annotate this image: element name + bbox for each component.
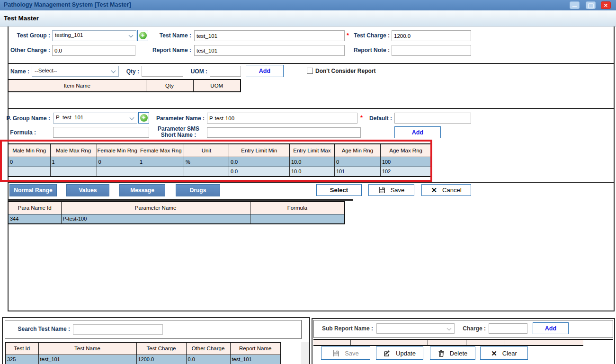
test-group-dropdown[interactable]: testing_101 (52, 30, 136, 41)
strip-cell (466, 340, 505, 345)
update-button[interactable]: Update (376, 346, 423, 360)
item-name-dropdown[interactable]: --Select-- (32, 66, 119, 77)
separator-line (8, 108, 615, 109)
dont-consider-report-checkbox[interactable] (307, 68, 313, 74)
add-item-button[interactable]: Add (246, 65, 284, 77)
other-charge-input[interactable] (52, 45, 135, 56)
maximize-button[interactable] (586, 1, 596, 9)
drugs-button[interactable]: Drugs (176, 184, 220, 196)
edit-icon (384, 350, 391, 357)
x-icon: ✕ (431, 186, 437, 194)
plus-icon: + (139, 32, 147, 39)
strip-cell (313, 340, 351, 345)
strip-cell (351, 340, 428, 345)
range-row[interactable]: 0 1 0 1 % 0.0 10.0 0 100 (8, 157, 431, 167)
report-note-input[interactable] (392, 45, 471, 56)
floppy-icon (378, 186, 385, 194)
test-list-header: Report Name (230, 342, 281, 355)
minimize-icon (572, 6, 577, 7)
search-test-name-input[interactable] (73, 324, 163, 335)
item-table-header: UOM (193, 80, 241, 92)
parameter-table-header: Formula (250, 202, 345, 214)
test-group-value: testing_101 (55, 32, 83, 38)
frame-right-border (614, 27, 615, 311)
required-mark: * (360, 114, 363, 121)
range-header: Male Min Rng (8, 144, 50, 157)
range-header: Entry Limit Max (289, 144, 334, 157)
other-charge-label: Other Charge : (4, 47, 50, 53)
add-sub-report-button[interactable]: Add (533, 322, 569, 334)
default-label: Default : (365, 115, 392, 122)
parameter-name-label: Parameter Name : (152, 115, 205, 122)
message-button[interactable]: Message (119, 184, 165, 196)
select-button[interactable]: Select (316, 184, 362, 196)
sub-report-name-dropdown[interactable] (376, 323, 455, 334)
normal-range-button[interactable]: Normal Range (9, 184, 57, 196)
p-group-name-value: P_test_101 (56, 115, 83, 120)
chevron-down-icon (447, 326, 452, 331)
range-header: Age Min Rng (334, 144, 380, 157)
page-title: Test Master (4, 15, 39, 22)
report-name-input[interactable] (194, 45, 345, 56)
test-list-table: Test Id Test Name Test Charge Other Char… (5, 342, 281, 364)
default-input[interactable] (394, 113, 471, 124)
charge-label: Charge : (458, 325, 486, 332)
parameter-sms-label: Parameter SMS Short Name : (152, 126, 205, 138)
test-list-scrollbar[interactable] (302, 342, 309, 364)
formula-input[interactable] (53, 127, 149, 138)
report-name-label: Report Name : (151, 47, 191, 53)
save-button[interactable]: Save (368, 184, 414, 196)
add-p-group-button[interactable]: + (138, 112, 149, 124)
test-charge-label: Test Charge : (351, 32, 390, 39)
range-header: Age Max Rng (380, 144, 431, 157)
frame-bottom-border (8, 311, 615, 311)
values-button[interactable]: Values (66, 184, 109, 196)
close-button[interactable]: ✕ (601, 1, 611, 9)
test-list-header: Test Name (38, 342, 136, 355)
test-charge-input[interactable] (392, 30, 471, 41)
item-table-header: Item Name (8, 80, 146, 92)
close-icon: ✕ (604, 3, 607, 8)
range-header: Entry Limit Min (229, 144, 289, 157)
range-header: Unit (184, 144, 229, 157)
required-mark: * (347, 32, 349, 39)
test-name-input[interactable] (194, 30, 345, 41)
floppy-icon (332, 350, 339, 357)
uom-input[interactable] (210, 66, 241, 77)
add-test-group-button[interactable]: + (137, 30, 148, 41)
minimize-button[interactable] (570, 1, 580, 9)
parameter-name-input[interactable] (207, 113, 357, 124)
strip-cell (428, 340, 466, 345)
add-parameter-button[interactable]: Add (394, 126, 441, 138)
chevron-down-icon (130, 115, 134, 120)
clear-button[interactable]: ✕ Clear (480, 346, 528, 360)
report-note-label: Report Note : (351, 47, 390, 53)
test-list-header: Test Id (5, 342, 38, 355)
test-group-label: Test Group : (7, 32, 50, 39)
trash-icon (438, 350, 445, 357)
parameter-row[interactable]: 344 P-test-100 (8, 214, 345, 224)
save-record-button[interactable]: Save (321, 346, 370, 360)
separator-line (8, 199, 353, 201)
search-test-name-label: Search Test Name : (11, 326, 70, 332)
test-list-row[interactable]: 325 test_101 1200.0 0.0 test_101 (5, 355, 281, 364)
delete-button[interactable]: Delete (430, 346, 475, 360)
item-name-label: Name : (7, 68, 29, 75)
p-group-name-dropdown[interactable]: P_test_101 (53, 113, 137, 124)
range-header: Female Max Rng (138, 144, 184, 157)
strip-cell (505, 340, 583, 345)
qty-label: Qty : (122, 68, 139, 75)
range-table: Male Min Rng Male Max Rng Female Min Rng… (8, 143, 432, 177)
charge-input[interactable] (489, 323, 527, 334)
range-header: Male Max Rng (50, 144, 97, 157)
maximize-icon (588, 3, 594, 9)
separator-line (8, 63, 615, 64)
x-icon: ✕ (491, 350, 497, 357)
qty-input[interactable] (142, 66, 183, 77)
test-list-header: Test Charge (136, 342, 186, 355)
range-row[interactable]: 0.0 10.0 101 102 (8, 167, 431, 177)
cancel-button[interactable]: ✕ Cancel (421, 184, 471, 196)
parameter-sms-input[interactable] (207, 127, 361, 138)
formula-label: Formula : (7, 129, 36, 136)
uom-label: UOM : (187, 68, 207, 75)
